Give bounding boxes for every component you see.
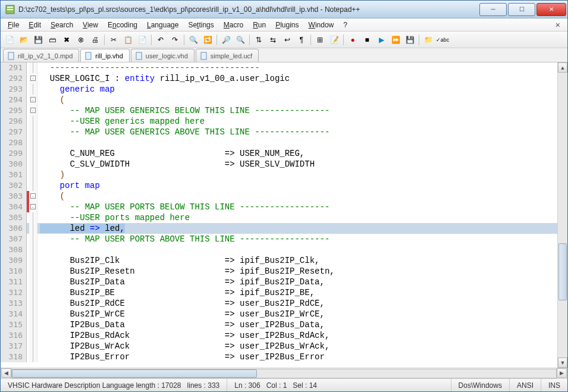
undo-button[interactable]: ↶ (154, 33, 167, 46)
fold-gutter[interactable]: - (29, 95, 37, 105)
scroll-down-icon[interactable]: ▼ (558, 357, 567, 368)
code-line[interactable]: 314 Bus2IP_WrCE => user_Bus2IP_WrCE, (1, 309, 557, 319)
code-text[interactable]: C_NUM_REG => USER_NUM_REG, (37, 148, 305, 159)
fold-minus-icon[interactable]: - (30, 204, 36, 209)
code-text[interactable] (37, 137, 45, 148)
hscroll-track[interactable] (11, 369, 557, 378)
code-text[interactable]: port map (37, 180, 100, 191)
code-text[interactable]: Bus2IP_Data => ipif_Bus2IP_Data, (37, 277, 325, 287)
code-line[interactable]: 297 -- MAP USER GENERICS ABOVE THIS LINE… (1, 127, 557, 137)
find-button[interactable]: 🔍 (187, 33, 200, 46)
fold-gutter[interactable]: - (29, 105, 37, 116)
menu-encoding[interactable]: Encoding (103, 20, 142, 30)
code-line[interactable]: 304- -- MAP USER PORTS BELOW THIS LINE -… (1, 202, 557, 212)
menu-run[interactable]: Run (248, 20, 271, 30)
cut-button[interactable]: ✂ (107, 33, 120, 46)
code-text[interactable]: IP2Bus_WrAck => user_IP2Bus_WrAck, (37, 341, 329, 352)
close-file-button[interactable]: ✖ (60, 33, 73, 46)
code-line[interactable]: 317 IP2Bus_WrAck => user_IP2Bus_WrAck, (1, 341, 557, 352)
fold-minus-icon[interactable]: - (30, 193, 36, 199)
minimize-button[interactable]: ─ (479, 3, 507, 16)
code-text[interactable]: -- MAP USER GENERICS ABOVE THIS LINE ---… (37, 127, 329, 137)
code-editor[interactable]: 291 ------------------------------------… (1, 62, 557, 368)
code-line[interactable]: 316 IP2Bus_RdAck => user_IP2Bus_RdAck, (1, 330, 557, 341)
play-multi-button[interactable]: ⏩ (389, 33, 402, 46)
code-line[interactable]: 306 led => led, (1, 223, 557, 234)
code-text[interactable]: IP2Bus_Data => user_IP2Bus_Data, (37, 319, 325, 330)
code-line[interactable]: 295- -- MAP USER GENERICS BELOW THIS LIN… (1, 105, 557, 116)
code-text[interactable]: --USER ports mapped here (37, 212, 190, 223)
replace-button[interactable]: 🔁 (201, 33, 214, 46)
fold-gutter[interactable]: - (29, 73, 37, 84)
record-macro-button[interactable]: ● (346, 33, 359, 46)
code-text[interactable]: USER_LOGIC_I : entity rill_ip_v1_00_a.us… (37, 73, 290, 84)
code-text[interactable]: ) (37, 170, 65, 180)
code-line[interactable]: 299 C_NUM_REG => USER_NUM_REG, (1, 148, 557, 159)
code-line[interactable]: 311 Bus2IP_Data => ipif_Bus2IP_Data, (1, 277, 557, 287)
code-line[interactable]: 312 Bus2IP_BE => ipif_Bus2IP_BE, (1, 287, 557, 298)
menu-plugins[interactable]: Plugins (271, 20, 303, 30)
code-text[interactable]: led => led, (37, 223, 125, 234)
tab-simple_led-ucf[interactable]: simple_led.ucf (196, 49, 259, 62)
code-line[interactable]: 315 IP2Bus_Data => user_IP2Bus_Data, (1, 319, 557, 330)
fold-minus-icon[interactable]: - (30, 108, 36, 113)
paste-button[interactable]: 📄 (136, 33, 149, 46)
menu-file[interactable]: File (3, 20, 24, 30)
code-line[interactable]: 298 (1, 137, 557, 148)
menu-language[interactable]: Language (142, 20, 183, 30)
scroll-up-icon[interactable]: ▲ (558, 62, 567, 73)
code-text[interactable]: generic map (37, 84, 115, 95)
menu-help[interactable]: ? (338, 20, 352, 30)
open-file-button[interactable]: 📂 (17, 33, 30, 46)
copy-button[interactable]: 📋 (121, 33, 134, 46)
redo-button[interactable]: ↷ (168, 33, 181, 46)
zoom-out-button[interactable]: 🔍 (234, 33, 247, 46)
fold-minus-icon[interactable]: - (30, 97, 36, 102)
indent-guide-button[interactable]: ⊞ (313, 33, 327, 46)
user-lang-button[interactable]: 📝 (328, 33, 341, 46)
horizontal-scrollbar[interactable]: ◀ ▶ (1, 368, 567, 378)
scroll-thumb[interactable] (558, 243, 567, 300)
scroll-right-icon[interactable]: ▶ (557, 368, 567, 378)
code-text[interactable]: ----------------------------------------… (37, 62, 260, 73)
code-text[interactable]: -- MAP USER PORTS ABOVE THIS LINE ------… (37, 234, 329, 244)
hscroll-thumb[interactable] (12, 369, 257, 378)
scroll-track[interactable] (558, 73, 567, 357)
code-text[interactable]: Bus2IP_WrCE => user_Bus2IP_WrCE, (37, 309, 325, 319)
code-line[interactable]: 303- ( (1, 191, 557, 202)
new-file-button[interactable]: 📄 (3, 33, 16, 46)
menu-macro[interactable]: Macro (219, 20, 248, 30)
code-line[interactable]: 301 ) (1, 170, 557, 180)
code-line[interactable]: 293 generic map (1, 84, 557, 95)
code-text[interactable]: Bus2IP_Resetn => ipif_Bus2IP_Resetn, (37, 266, 335, 277)
code-line[interactable]: 310 Bus2IP_Resetn => ipif_Bus2IP_Resetn, (1, 266, 557, 277)
stop-macro-button[interactable]: ■ (360, 33, 374, 46)
code-text[interactable]: C_SLV_DWIDTH => USER_SLV_DWIDTH (37, 159, 315, 170)
spellcheck-button[interactable]: ✓abc (436, 33, 449, 46)
close-all-button[interactable]: ⊗ (74, 33, 87, 46)
tab-rill_ip_v2_1_0-mpd[interactable]: rill_ip_v2_1_0.mpd (3, 49, 79, 62)
menubar-close-icon[interactable]: × (551, 20, 565, 30)
save-button[interactable]: 💾 (32, 33, 45, 46)
code-line[interactable]: 291 ------------------------------------… (1, 62, 557, 73)
code-line[interactable]: 294- ( (1, 95, 557, 105)
show-all-chars-button[interactable]: ¶ (295, 33, 308, 46)
fold-gutter[interactable]: - (29, 202, 37, 212)
code-text[interactable] (37, 244, 45, 255)
vertical-scrollbar[interactable]: ▲ ▼ (557, 62, 567, 368)
folder-button[interactable]: 📁 (422, 33, 435, 46)
save-macro-button[interactable]: 💾 (403, 33, 416, 46)
code-text[interactable]: Bus2IP_RdCE => user_Bus2IP_RdCE, (37, 298, 325, 309)
tab-user_logic-vhd[interactable]: user_logic.vhd (131, 49, 194, 62)
code-line[interactable]: 296 --USER generics mapped here (1, 116, 557, 127)
fold-minus-icon[interactable]: - (30, 76, 36, 81)
code-text[interactable]: --USER generics mapped here (37, 116, 205, 127)
code-line[interactable]: 318 IP2Bus_Error => user_IP2Bus_Error (1, 352, 557, 362)
code-text[interactable]: IP2Bus_Error => user_IP2Bus_Error (37, 352, 325, 362)
code-line[interactable]: 302 port map (1, 180, 557, 191)
code-text[interactable]: -- MAP USER PORTS BELOW THIS LINE ------… (37, 202, 329, 212)
sync-vscroll-button[interactable]: ⇅ (252, 33, 265, 46)
menu-window[interactable]: Window (304, 20, 339, 30)
fold-gutter[interactable]: - (29, 191, 37, 202)
code-text[interactable]: Bus2IP_BE => ipif_Bus2IP_BE, (37, 287, 315, 298)
